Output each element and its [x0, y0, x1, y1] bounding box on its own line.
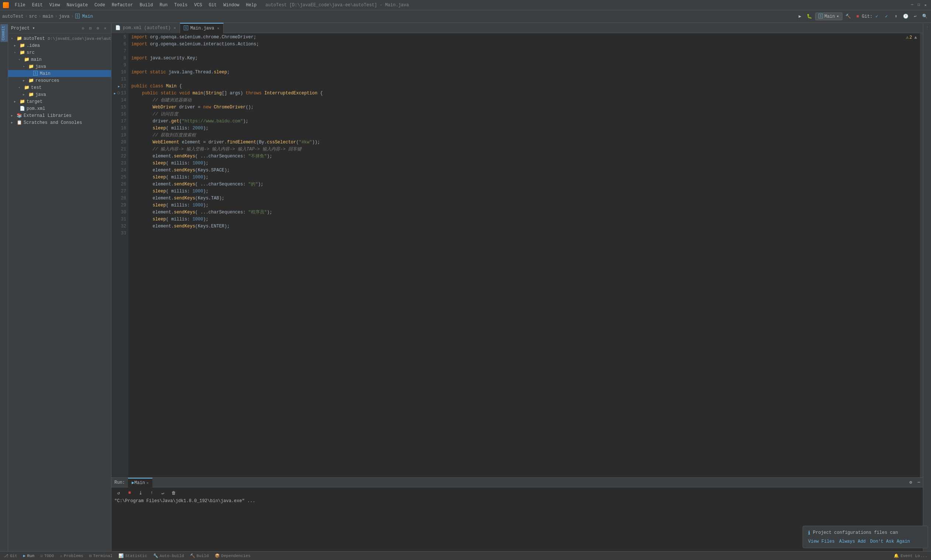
menu-file[interactable]: File: [12, 2, 28, 8]
notification-text: Project configurations files can: [813, 530, 898, 536]
code-content[interactable]: import org.openqa.selenium.chrome.Chrome…: [128, 33, 920, 477]
window-controls[interactable]: ─ □ ✕: [909, 3, 928, 8]
menu-code[interactable]: Code: [91, 2, 108, 8]
tab-run-main[interactable]: ▶ Main ✕: [128, 478, 153, 488]
git-push-button[interactable]: ⬆: [892, 12, 900, 21]
tree-item-mainjava[interactable]: 🅂 Main: [8, 70, 111, 77]
code-editor[interactable]: ⚠ 2 ▲ 5 6 7 8 9 10 11 ▶12 ▶⬡13 14 15 16: [111, 33, 923, 477]
menu-run[interactable]: Run: [156, 2, 170, 8]
tab-pomxml[interactable]: 📄 pom.xml (autoTest) ✕: [111, 23, 180, 33]
run-restart-btn[interactable]: ↺: [114, 489, 122, 497]
code-line-13: public static void main(String[] args) t…: [131, 90, 917, 97]
gutter-20: 20: [114, 139, 126, 146]
status-dependencies[interactable]: 📦 Dependencies: [213, 553, 252, 558]
menu-refactor[interactable]: Refactor: [109, 2, 136, 8]
menu-view[interactable]: View: [46, 2, 63, 8]
close-button[interactable]: ✕: [923, 3, 928, 8]
tree-item-resources[interactable]: ▶ 📁 resources: [8, 77, 111, 84]
menu-tools[interactable]: Tools: [171, 2, 190, 8]
editor-scrollbar[interactable]: [920, 33, 923, 477]
notification-view-files[interactable]: View Files: [808, 539, 835, 544]
stop-button[interactable]: ■: [854, 12, 862, 21]
tab-mainjava[interactable]: 🅂 Main.java ✕: [180, 23, 224, 33]
notification-header: ℹ Project configurations files can: [808, 530, 923, 536]
tree-item-idea[interactable]: ▶ 📁 .idea: [8, 42, 111, 49]
run-scroll-up[interactable]: ↑: [148, 489, 156, 497]
menu-edit[interactable]: Edit: [29, 2, 46, 8]
status-terminal[interactable]: ⊡ Terminal: [88, 553, 114, 558]
warning-icon: ⚠: [906, 35, 908, 40]
status-event-log-label: Event Lo...: [900, 554, 927, 558]
status-statistic[interactable]: 📊 Statistic: [117, 553, 148, 558]
tree-item-target[interactable]: ▶ 📁 target: [8, 98, 111, 105]
git-check-button[interactable]: ✓: [873, 12, 881, 21]
breadcrumb-src[interactable]: src: [29, 14, 37, 19]
status-run[interactable]: ▶ Run: [22, 553, 36, 558]
scroll-up-icon[interactable]: ▲: [914, 35, 917, 40]
tree-arrow-extlib: ▶: [11, 114, 15, 117]
run-clear[interactable]: 🗑: [170, 489, 178, 497]
gutter-13: ▶⬡13: [114, 90, 126, 97]
menu-window[interactable]: Window: [220, 2, 242, 8]
tree-arrow-resources: ▶: [23, 79, 26, 82]
run-config-selector[interactable]: 🅂 Main ▾: [815, 12, 843, 20]
event-log-icon: 🔔: [894, 553, 899, 558]
status-event-log[interactable]: 🔔 Event Lo...: [892, 553, 929, 558]
tab-close-mainjava[interactable]: ✕: [217, 26, 219, 31]
tree-item-src[interactable]: ▾ 📁 src: [8, 49, 111, 56]
collapse-all-icon[interactable]: ⊟: [88, 25, 93, 31]
right-btn-1[interactable]: ⋮: [924, 24, 931, 31]
locate-icon[interactable]: ⊙: [80, 25, 86, 31]
tree-item-pomxml[interactable]: 📄 pom.xml: [8, 105, 111, 112]
breadcrumb-main[interactable]: main: [43, 14, 54, 19]
tree-item-extlib[interactable]: ▶ 📚 External Libraries: [8, 112, 111, 119]
status-problems[interactable]: ⚠ Problems: [58, 553, 85, 558]
folder-icon-autotest: 📁: [16, 36, 22, 41]
tree-item-autotest[interactable]: ▾ 📁 autoTest D:\javaEE_code\java-ee\auto…: [8, 35, 111, 42]
git-revert-button[interactable]: ↩: [911, 12, 919, 21]
run-soft-wrap[interactable]: ↵: [159, 489, 167, 497]
breadcrumb-java[interactable]: java: [59, 14, 70, 19]
run-panel-more[interactable]: ⋯: [915, 478, 923, 487]
menu-bar[interactable]: File Edit View Navigate Code Refactor Bu…: [12, 2, 259, 8]
menu-help[interactable]: Help: [243, 2, 260, 8]
search-everywhere-button[interactable]: 🔍: [921, 12, 929, 21]
menu-navigate[interactable]: Navigate: [63, 2, 91, 8]
code-line-33: [131, 230, 917, 237]
notification-always-add[interactable]: Always Add: [839, 539, 866, 544]
code-line-31: sleep( millis: 1000);: [131, 216, 917, 223]
tree-item-scratches[interactable]: ▶ 📋 Scratches and Consoles: [8, 119, 111, 126]
tree-item-test[interactable]: ▾ 📁 test: [8, 84, 111, 91]
commit-tab[interactable]: Commit: [0, 24, 8, 42]
sidebar-title: Project ▾: [11, 25, 78, 31]
debug-button[interactable]: 🐛: [806, 12, 814, 21]
maximize-button[interactable]: □: [916, 3, 922, 8]
status-build[interactable]: 🔨 Build: [188, 553, 210, 558]
breadcrumb-file[interactable]: 🅂 Main: [75, 14, 93, 19]
notification-dont-ask[interactable]: Don't Ask Again: [870, 539, 910, 544]
run-scroll-to-end[interactable]: ⤓: [136, 489, 145, 497]
tree-item-java2[interactable]: ▶ 📁 java: [8, 91, 111, 98]
run-stop-btn[interactable]: ■: [125, 489, 134, 497]
git-check2-button[interactable]: ✓: [882, 12, 891, 21]
code-line-21: // 输入内容-> 输入空格-> 输入内容-> 输入TAP-> 输入内容-> 回…: [131, 146, 917, 153]
close-sidebar-icon[interactable]: ✕: [102, 25, 108, 31]
status-autobuild[interactable]: 🔧 Auto-build: [152, 553, 185, 558]
breadcrumb-project[interactable]: autoTest: [2, 14, 24, 19]
run-button[interactable]: ▶: [796, 12, 804, 21]
status-git[interactable]: ⎇ Git: [2, 553, 19, 558]
minimize-button[interactable]: ─: [909, 3, 915, 8]
menu-build[interactable]: Build: [136, 2, 156, 8]
run-panel-settings[interactable]: ⚙: [907, 478, 915, 487]
tab-close-pomxml[interactable]: ✕: [174, 26, 176, 30]
menu-git[interactable]: Git: [206, 2, 220, 8]
tree-item-java[interactable]: ▾ 📁 java: [8, 63, 111, 70]
settings-icon[interactable]: ⚙: [95, 25, 101, 31]
status-todo[interactable]: ☑ TODO: [39, 553, 56, 558]
run-tab-close[interactable]: ✕: [147, 481, 149, 485]
tree-item-main[interactable]: ▾ 📁 main: [8, 56, 111, 63]
build-button[interactable]: 🔨: [844, 12, 852, 21]
git-history-button[interactable]: 🕐: [902, 12, 909, 21]
run-config-dropdown-icon[interactable]: ▾: [837, 14, 839, 19]
menu-vcs[interactable]: VCS: [191, 2, 205, 8]
